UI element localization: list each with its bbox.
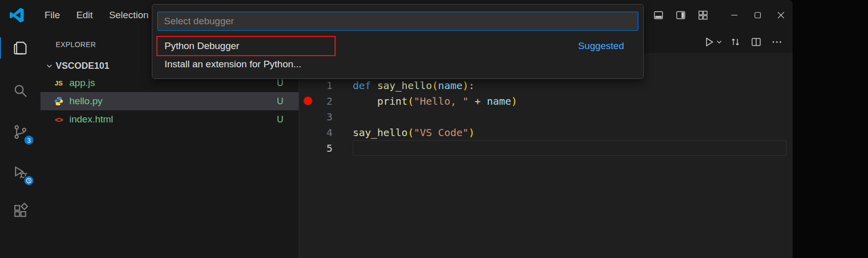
run-dropdown-chevron-icon [716,39,722,45]
code-line: 3 [299,109,793,124]
quick-pick-item[interactable]: Python DebuggerSuggested [157,37,638,55]
maximize-button[interactable] [746,0,769,30]
code-line: 5 [299,140,793,156]
menu-edit[interactable]: Edit [68,6,101,24]
toggle-panel-icon[interactable] [650,8,666,23]
code-line: 1def say_hello(name): [299,77,793,93]
file-tree: JSapp.jsUhello.pyU<>index.htmlU [40,74,299,128]
search-activity-icon[interactable] [0,79,40,102]
layout-controls [650,8,711,23]
quick-pick-item-label: Python Debugger [164,40,239,52]
js-file-icon: JS [53,77,65,89]
file-name: index.html [69,114,113,125]
activity-bar: 3 [0,30,40,258]
chevron-down-icon [45,61,54,70]
code-text: def say_hello(name): [353,77,787,93]
code-line: 2 print("Hello, " + name) [299,93,793,109]
minimize-button[interactable] [723,0,746,30]
extensions-activity-icon[interactable] [0,199,40,223]
debug-clock-badge [23,175,34,186]
customize-layout-icon[interactable] [695,8,711,23]
line-number: 3 [316,111,333,123]
code-text [353,140,787,156]
window-controls [723,0,793,30]
explorer-view-title: EXPLORER [56,40,96,49]
select-debugger-quick-pick: Python DebuggerSuggestedInstall an exten… [152,4,644,79]
explorer-activity-icon[interactable] [0,36,40,60]
html-file-icon: <> [53,113,65,125]
code-line: 4say_hello("VS Code") [299,124,793,140]
file-name: app.js [69,77,95,89]
run-and-debug-activity-icon[interactable] [0,161,40,184]
git-status-badge: U [277,96,283,107]
debugger-filter-input[interactable] [157,12,638,31]
code-text: say_hello("VS Code") [353,124,787,140]
file-row-hello.py[interactable]: hello.pyU [40,92,299,110]
code-editor[interactable]: 1def say_hello(name):2 print("Hello, " +… [299,53,793,258]
close-button[interactable] [769,0,793,30]
line-number: 5 [316,142,333,154]
line-number: 4 [316,126,333,139]
file-row-index.html[interactable]: <>index.htmlU [40,110,299,128]
quick-pick-item[interactable]: Install an extension for Python... [157,55,638,73]
folder-name: VSCODE101 [56,61,109,71]
quick-pick-item-meta: Suggested [578,40,624,52]
file-name: hello.py [69,96,103,107]
line-number: 2 [316,95,333,107]
git-status-badge: U [277,114,283,125]
breakpoint-icon[interactable] [304,97,312,105]
code-text [353,109,787,124]
menu-bar: FileEditSelection [36,6,157,24]
run-python-file-button[interactable] [703,36,722,48]
code-text: print("Hello, " + name) [353,93,787,109]
vscode-logo-icon [9,8,24,23]
open-changes-icon[interactable] [727,34,743,50]
line-number: 1 [316,79,333,92]
quick-pick-list: Python DebuggerSuggestedInstall an exten… [157,37,638,73]
menu-file[interactable]: File [36,6,68,24]
breakpoint-gutter[interactable] [299,97,316,105]
editor-toolbar [703,34,793,50]
git-status-badge: U [277,78,283,89]
source-control-badge: 3 [23,135,34,146]
quick-pick-item-label: Install an extension for Python... [164,59,301,70]
vscode-window: FileEditSelection [0,0,793,258]
titlebar-right [650,0,793,30]
more-actions-icon[interactable] [769,34,784,50]
python-file-icon [53,95,65,107]
menu-selection[interactable]: Selection [101,6,156,24]
source-control-activity-icon[interactable]: 3 [0,120,40,144]
toggle-secondary-sidebar-icon[interactable] [673,8,688,23]
split-editor-icon[interactable] [748,34,764,50]
